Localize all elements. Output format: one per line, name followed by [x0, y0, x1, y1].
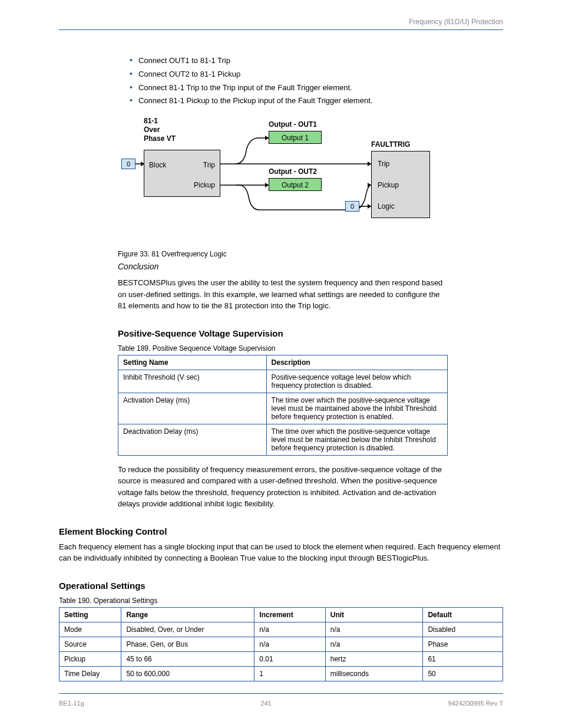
steps-list: Connect OUT1 to 81-1 Trip Connect OUT2 t… — [130, 54, 503, 107]
cell: n/a — [325, 637, 423, 651]
cell: Activation Delay (ms) — [118, 393, 267, 424]
element-blocking-body: Each frequency element has a single bloc… — [59, 541, 503, 564]
col-description: Description — [266, 355, 447, 370]
footer: BE1-11g 241 9424200995 Rev T — [59, 700, 503, 707]
positive-seq-body: To reduce the possibility of frequency m… — [118, 464, 448, 510]
positive-seq-heading: Positive-Sequence Voltage Supervision — [118, 328, 503, 338]
step-4-text: Connect 81-1 Pickup to the Pickup input … — [138, 96, 372, 105]
conclusion-heading: Conclusion — [118, 262, 503, 271]
step-1-text: Connect OUT1 to 81-1 Trip — [138, 56, 230, 65]
table-row: Mode Disabled, Over, or Under n/a n/a Di… — [59, 622, 503, 637]
cell: Disabled — [423, 622, 503, 637]
cell: Time Delay — [59, 666, 121, 681]
const-zero-logic: 0 — [345, 201, 359, 212]
faulttrig-port-logic: Logic — [378, 202, 395, 210]
cell: 50 — [423, 666, 503, 681]
col-range: Range — [121, 607, 254, 622]
cell: n/a — [254, 637, 325, 651]
cell: n/a — [254, 622, 325, 637]
col-increment: Increment — [254, 607, 325, 622]
step-3-text: Connect 81-1 Trip to the Trip input of t… — [138, 83, 352, 92]
col-unit: Unit — [325, 607, 423, 622]
footer-page-number: 241 — [261, 700, 272, 707]
out1-title: Output - OUT1 — [269, 120, 317, 129]
operational-settings-heading: Operational Settings — [59, 581, 503, 591]
table-row: Pickup 45 to 66 0.01 hertz 61 — [59, 651, 503, 666]
port-trip: Trip — [203, 161, 215, 169]
footer-left: BE1-11g — [59, 700, 84, 707]
cell: Phase — [423, 637, 503, 651]
const-zero-block: 0 — [121, 159, 135, 169]
faulttrig-title: FAULTTRIG — [371, 140, 410, 149]
faulttrig-block: Trip Pickup Logic — [371, 151, 430, 218]
out2-title: Output - OUT2 — [269, 167, 317, 176]
table-row: Deactivation Delay (ms) The time over wh… — [118, 424, 448, 455]
cell: n/a — [325, 622, 423, 637]
header-section-title: Frequency (81O/U) Protection — [409, 18, 503, 26]
table-row: Source Phase, Gen, or Bus n/a n/a Phase — [59, 637, 503, 651]
footer-right: 9424200995 Rev T — [448, 700, 503, 707]
cell: 0.01 — [254, 651, 325, 666]
faulttrig-port-pickup: Pickup — [378, 181, 399, 189]
col-setting-name: Setting Name — [118, 355, 267, 370]
port-block: Block — [149, 161, 166, 169]
conclusion-body: BESTCOMSPlus gives the user the ability … — [118, 277, 448, 312]
cell: Source — [59, 637, 121, 651]
element-blocking-heading: Element Blocking Control — [59, 526, 503, 536]
table-header-row: Setting Name Description — [118, 355, 448, 370]
cell: 50 to 600,000 — [121, 666, 254, 681]
faulttrig-port-trip: Trip — [378, 160, 389, 168]
operational-settings-table: Setting Range Increment Unit Default Mod… — [59, 607, 503, 681]
step-2: Connect OUT2 to 81-1 Pickup — [130, 67, 503, 81]
cell: Mode — [59, 622, 121, 637]
cell: milliseconds — [325, 666, 423, 681]
cell: 1 — [254, 666, 325, 681]
cell: 45 to 66 — [121, 651, 254, 666]
cell: Disabled, Over, or Under — [121, 622, 254, 637]
col-default: Default — [423, 607, 503, 622]
operational-settings-caption: Table 190. Operational Settings — [59, 597, 503, 605]
figure-caption: Figure 33. 81 Overfrequency Logic — [118, 250, 503, 258]
step-4: Connect 81-1 Pickup to the Pickup input … — [130, 94, 503, 107]
positive-seq-table-caption: Table 189. Positive Sequence Voltage Sup… — [118, 344, 503, 353]
col-setting: Setting — [59, 607, 121, 622]
cell: Positive-sequence voltage level below wh… — [266, 370, 447, 393]
cell: hertz — [325, 651, 423, 666]
cell: 61 — [423, 651, 503, 666]
table-header-row: Setting Range Increment Unit Default — [59, 607, 503, 622]
step-2-text: Connect OUT2 to 81-1 Pickup — [138, 70, 240, 78]
cell: Inhibit Threshold (V sec) — [118, 370, 267, 393]
logic-diagram: 81-1 Over Phase VT Block Trip Pickup 0 O… — [118, 117, 448, 246]
cell: Deactivation Delay (ms) — [118, 424, 267, 455]
table-row: Time Delay 50 to 600,000 1 milliseconds … — [59, 666, 503, 681]
cell: Phase, Gen, or Bus — [121, 637, 254, 651]
header-divider — [59, 29, 503, 30]
block-81-label: 81-1 Over Phase VT — [144, 117, 176, 143]
cell: Pickup — [59, 651, 121, 666]
out2-box: Output 2 — [269, 178, 322, 191]
out1-box: Output 1 — [269, 131, 322, 144]
block-81: Block Trip Pickup — [144, 150, 220, 197]
positive-seq-table: Setting Name Description Inhibit Thresho… — [118, 355, 448, 456]
port-pickup: Pickup — [194, 181, 215, 189]
cell: The time over which the positive-sequenc… — [266, 393, 447, 424]
footer-divider — [59, 693, 503, 694]
table-row: Inhibit Threshold (V sec) Positive-seque… — [118, 370, 448, 393]
table-row: Activation Delay (ms) The time over whic… — [118, 393, 448, 424]
step-1: Connect OUT1 to 81-1 Trip — [130, 54, 503, 67]
cell: The time over which the positive-sequenc… — [266, 424, 447, 455]
step-3: Connect 81-1 Trip to the Trip input of t… — [130, 81, 503, 94]
